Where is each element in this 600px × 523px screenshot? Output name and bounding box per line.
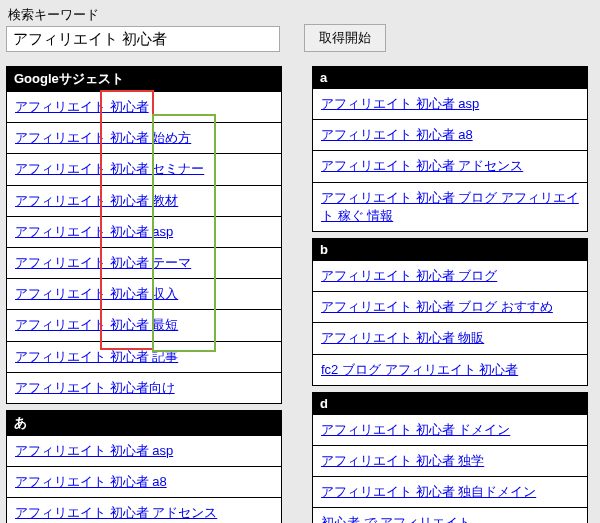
search-input[interactable] <box>6 26 280 52</box>
section-header: d <box>312 392 588 415</box>
list-item: アフィリエイト 初心者向け <box>6 373 282 404</box>
list-item: アフィリエイト 初心者 アドセンス <box>6 498 282 523</box>
search-block: 検索キーワード <box>6 6 280 52</box>
list-item: アフィリエイト 初心者 セミナー <box>6 154 282 185</box>
list-item: アフィリエイト 初心者 asp <box>6 217 282 248</box>
suggest-link[interactable]: アフィリエイト 初心者 テーマ <box>15 255 191 270</box>
suggest-link[interactable]: アフィリエイト 初心者 a8 <box>15 474 167 489</box>
list-item: アフィリエイト 初心者 ブログ アフィリエイト 稼ぐ 情報 <box>312 183 588 232</box>
suggest-link[interactable]: アフィリエイト 初心者 記事 <box>15 349 178 364</box>
section-header: a <box>312 66 588 89</box>
suggest-link[interactable]: アフィリエイト 初心者 独学 <box>321 453 484 468</box>
suggest-link[interactable]: アフィリエイト 初心者 物販 <box>321 330 484 345</box>
search-bar: 検索キーワード 取得開始 <box>6 6 594 52</box>
suggest-link[interactable]: アフィリエイト 初心者 収入 <box>15 286 178 301</box>
suggest-link[interactable]: アフィリエイト 初心者 <box>15 99 149 114</box>
list-item: アフィリエイト 初心者 <box>6 92 282 123</box>
suggest-link[interactable]: アフィリエイト 初心者 アドセンス <box>321 158 523 173</box>
suggest-link[interactable]: アフィリエイト 初心者 ドメイン <box>321 422 510 437</box>
list-item: アフィリエイト 初心者 a8 <box>6 467 282 498</box>
list-item: アフィリエイト 初心者 アドセンス <box>312 151 588 182</box>
list-item: アフィリエイト 初心者 a8 <box>312 120 588 151</box>
suggest-link[interactable]: アフィリエイト 初心者 asp <box>321 96 479 111</box>
list-item: アフィリエイト 初心者 独学 <box>312 446 588 477</box>
list-item: アフィリエイト 初心者 始め方 <box>6 123 282 154</box>
suggest-link[interactable]: fc2 ブログ アフィリエイト 初心者 <box>321 362 518 377</box>
suggest-link[interactable]: アフィリエイト 初心者 セミナー <box>15 161 204 176</box>
search-label: 検索キーワード <box>8 6 280 24</box>
list-item: fc2 ブログ アフィリエイト 初心者 <box>312 355 588 386</box>
suggest-link[interactable]: アフィリエイト 初心者 独自ドメイン <box>321 484 536 499</box>
section-header: Googleサジェスト <box>6 66 282 92</box>
list-item: アフィリエイト 初心者 テーマ <box>6 248 282 279</box>
suggest-link[interactable]: アフィリエイト 初心者 最短 <box>15 317 178 332</box>
section-header: あ <box>6 410 282 436</box>
list-item: アフィリエイト 初心者 物販 <box>312 323 588 354</box>
suggest-link[interactable]: アフィリエイト 初心者 アドセンス <box>15 505 217 520</box>
suggest-link[interactable]: アフィリエイト 初心者 教材 <box>15 193 178 208</box>
list-item: アフィリエイト 初心者 asp <box>6 436 282 467</box>
list-item: アフィリエイト 初心者 ドメイン <box>312 415 588 446</box>
list-item: アフィリエイト 初心者 教材 <box>6 186 282 217</box>
suggest-link[interactable]: 初心者 で アフィリエイト <box>321 515 471 523</box>
suggest-link[interactable]: アフィリエイト 初心者 a8 <box>321 127 473 142</box>
list-item: アフィリエイト 初心者 記事 <box>6 342 282 373</box>
suggest-link[interactable]: アフィリエイト 初心者 asp <box>15 443 173 458</box>
list-item: アフィリエイト 初心者 ブログ <box>312 261 588 292</box>
section-header: b <box>312 238 588 261</box>
suggest-link[interactable]: アフィリエイト 初心者 ブログ <box>321 268 497 283</box>
list-item: アフィリエイト 初心者 ブログ おすすめ <box>312 292 588 323</box>
list-item: アフィリエイト 初心者 独自ドメイン <box>312 477 588 508</box>
suggest-link[interactable]: アフィリエイト 初心者 ブログ おすすめ <box>321 299 553 314</box>
suggest-link[interactable]: アフィリエイト 初心者 始め方 <box>15 130 191 145</box>
results-columns: Googleサジェストアフィリエイト 初心者アフィリエイト 初心者 始め方アフィ… <box>6 66 594 523</box>
list-item: 初心者 で アフィリエイト <box>312 508 588 523</box>
list-item: アフィリエイト 初心者 収入 <box>6 279 282 310</box>
suggest-link[interactable]: アフィリエイト 初心者 ブログ アフィリエイト 稼ぐ 情報 <box>321 190 579 223</box>
suggest-link[interactable]: アフィリエイト 初心者 asp <box>15 224 173 239</box>
list-item: アフィリエイト 初心者 asp <box>312 89 588 120</box>
fetch-button[interactable]: 取得開始 <box>304 24 386 52</box>
list-item: アフィリエイト 初心者 最短 <box>6 310 282 341</box>
left-column: Googleサジェストアフィリエイト 初心者アフィリエイト 初心者 始め方アフィ… <box>6 66 282 523</box>
suggest-link[interactable]: アフィリエイト 初心者向け <box>15 380 175 395</box>
right-column: aアフィリエイト 初心者 aspアフィリエイト 初心者 a8アフィリエイト 初心… <box>312 66 588 523</box>
